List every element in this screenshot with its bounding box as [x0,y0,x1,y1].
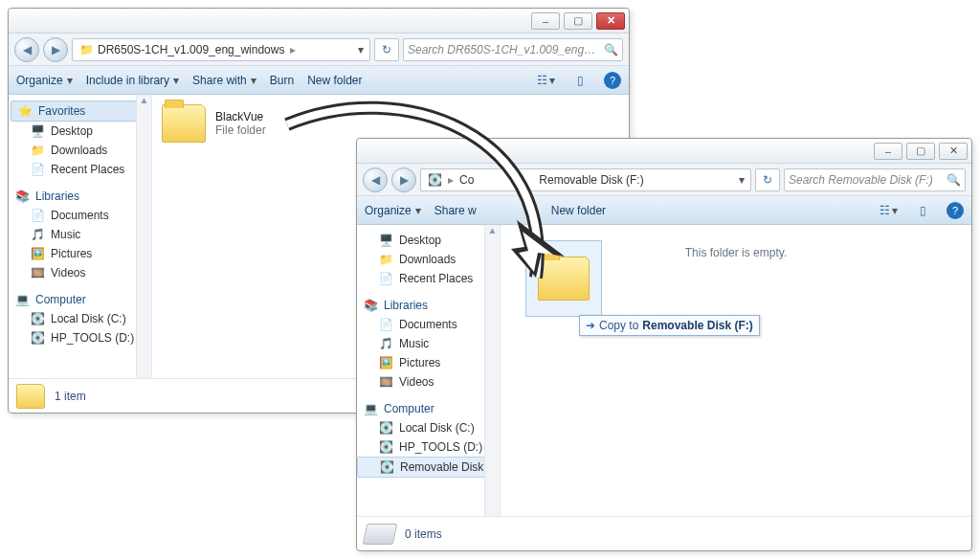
sidebar-pictures[interactable]: 🖼️Pictures [9,244,151,263]
minimize-button[interactable]: – [531,12,560,30]
recent-icon: 📄 [378,271,393,286]
folder-item-blackvue[interactable]: BlackVue File folder [162,104,619,143]
organize-menu[interactable]: Organize [16,74,73,87]
sidebar-libraries[interactable]: 📚Libraries [357,296,500,315]
pictures-icon: 🖼️ [30,246,45,261]
sidebar-videos[interactable]: 🎞️Videos [357,372,500,391]
status-bar: 0 items [357,516,971,550]
help-button[interactable]: ? [947,202,964,219]
search-placeholder: Search Removable Disk (F:) [789,173,943,187]
search-input[interactable]: Search Removable Disk (F:) 🔍 [784,168,966,191]
address-bar: ◀ ▶ 💽 Co Removable Disk (F:) ↻ Search Re… [357,164,971,196]
sidebar-recent-places[interactable]: 📄Recent Places [9,160,151,179]
forward-button[interactable]: ▶ [43,37,68,62]
back-button[interactable]: ◀ [14,37,39,62]
computer-icon: 💻 [14,292,30,307]
sidebar-computer[interactable]: 💻Computer [357,399,500,418]
sidebar-videos[interactable]: 🎞️Videos [9,263,151,282]
drag-tooltip-dest: Removable Disk (F:) [642,319,752,332]
forward-button[interactable]: ▶ [391,168,416,192]
nav-scrollbar[interactable]: ▲ [136,95,151,378]
drive-icon: 💽 [379,459,394,475]
sidebar-local-disk-c[interactable]: 💽Local Disk (C:) [357,418,500,437]
folder-icon [162,104,206,143]
address-bar: ◀ ▶ 📁 DR650S-1CH_v1.009_eng_windows ↻ Se… [9,34,629,66]
command-bar: Organize Include in library Share with B… [9,66,629,95]
videos-icon: 🎞️ [30,265,45,280]
view-options-button[interactable]: ☷ [878,201,899,220]
music-icon: 🎵 [30,227,45,242]
drive-icon: 💽 [378,420,393,436]
organize-menu[interactable]: Organize [365,204,421,217]
close-button[interactable]: ✕ [596,12,625,30]
sidebar-local-disk-c[interactable]: 💽Local Disk (C:) [9,309,151,328]
content-pane[interactable]: This folder is empty. ➜ Copy to Removabl… [501,225,971,516]
sidebar-desktop[interactable]: 🖥️Desktop [9,122,151,141]
drag-tooltip-prefix: Copy to [599,319,638,332]
drive-icon [363,524,398,545]
music-icon: 🎵 [378,336,393,351]
drive-icon: 💽 [30,330,45,346]
sidebar-documents[interactable]: 📄Documents [357,315,500,334]
titlebar[interactable]: – ▢ ✕ [9,9,629,34]
status-text: 1 item [55,390,86,403]
refresh-button[interactable]: ↻ [755,168,780,191]
share-with-menu[interactable]: Share with [192,74,256,87]
computer-icon: 💻 [363,401,378,416]
sidebar-pictures[interactable]: 🖼️Pictures [357,353,500,372]
help-button[interactable]: ? [604,72,621,89]
search-placeholder: Search DR650S-1CH_v1.009_eng_windows [408,43,600,56]
drag-ghost-selection [525,240,602,317]
share-with-menu[interactable]: Share w [434,204,477,217]
folder-icon [16,384,45,409]
drive-icon: 💽 [378,439,393,455]
breadcrumb[interactable]: 💽 Co Removable Disk (F:) [420,168,751,191]
libraries-icon: 📚 [14,189,30,204]
titlebar[interactable]: – ▢ ✕ [357,139,971,164]
breadcrumb-segment[interactable]: DR650S-1CH_v1.009_eng_windows [98,43,284,56]
back-button[interactable]: ◀ [363,168,388,192]
sidebar-music[interactable]: 🎵Music [9,225,151,244]
drag-tooltip: ➜ Copy to Removable Disk (F:) [579,315,760,336]
drive-icon: 💽 [427,172,442,188]
sidebar-libraries[interactable]: 📚Libraries [9,187,151,206]
desktop-icon: 🖥️ [378,233,393,248]
nav-scrollbar[interactable]: ▲ [484,225,500,516]
maximize-button[interactable]: ▢ [564,12,592,30]
drive-icon: 💽 [30,311,45,326]
sidebar-music[interactable]: 🎵Music [357,334,500,353]
recent-icon: 📄 [30,162,45,177]
preview-pane-button[interactable]: ▯ [912,201,933,220]
breadcrumb-segment[interactable]: Removable Disk (F:) [539,173,643,187]
minimize-button[interactable]: – [874,143,902,160]
sidebar-favorites[interactable]: ⭐Favorites [11,101,149,122]
sidebar-hp-tools-d[interactable]: 💽HP_TOOLS (D:) [357,437,500,457]
breadcrumb-dropdown[interactable] [737,173,745,187]
maximize-button[interactable]: ▢ [906,143,935,160]
sidebar-desktop[interactable]: 🖥️Desktop [357,231,500,250]
include-in-library-menu[interactable]: Include in library [86,74,179,87]
folder-type: File folder [215,123,266,137]
view-options-button[interactable]: ☷ [535,71,556,90]
sidebar-downloads[interactable]: 📁Downloads [357,250,500,269]
new-folder-button[interactable]: New folder [551,204,606,217]
burn-button[interactable]: Burn [270,74,294,87]
breadcrumb[interactable]: 📁 DR650S-1CH_v1.009_eng_windows [72,38,370,61]
sidebar-computer[interactable]: 💻Computer [9,290,151,309]
refresh-button[interactable]: ↻ [374,38,399,61]
navigation-pane: ▲ ⭐Favorites 🖥️Desktop 📁Downloads 📄Recen… [9,95,152,378]
sidebar-recent-places[interactable]: 📄Recent Places [357,269,500,288]
breadcrumb-segment[interactable]: Co [459,173,474,187]
search-input[interactable]: Search DR650S-1CH_v1.009_eng_windows 🔍 [403,38,623,61]
new-folder-button[interactable]: New folder [307,74,362,87]
breadcrumb-dropdown[interactable] [356,43,364,56]
preview-pane-button[interactable]: ▯ [569,71,590,90]
command-bar: Organize Share w New folder ☷ ▯ ? [357,196,971,225]
pictures-icon: 🖼️ [378,355,393,370]
sidebar-hp-tools-d[interactable]: 💽HP_TOOLS (D:) [9,328,151,347]
sidebar-downloads[interactable]: 📁Downloads [9,141,151,160]
sidebar-documents[interactable]: 📄Documents [9,206,151,225]
close-button[interactable]: ✕ [939,143,968,160]
navigation-pane: ▲ 🖥️Desktop 📁Downloads 📄Recent Places 📚L… [357,225,501,516]
sidebar-removable-disk-f[interactable]: 💽Removable Disk (F:) [357,457,500,478]
